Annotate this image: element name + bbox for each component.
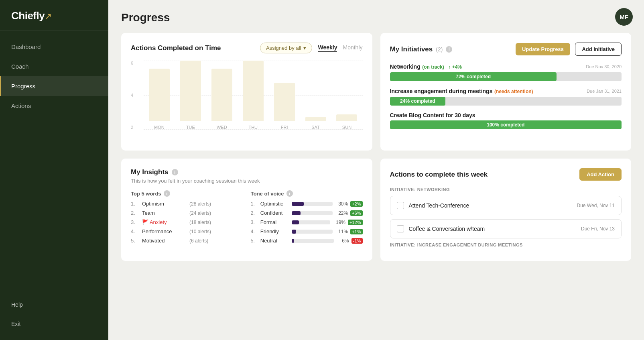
tone-rank: 1. <box>251 201 258 207</box>
insights-header: My Insights i <box>131 168 363 176</box>
action-checkbox[interactable] <box>397 225 404 232</box>
initiative-blog: Create Blog Content for 30 days 100% com… <box>390 112 622 129</box>
filter-dropdown[interactable]: Assigned by all ▾ <box>260 43 312 53</box>
initiative-blog-bar-fill: 100% completed <box>390 120 622 129</box>
bar-group-sat: SAT <box>305 61 326 130</box>
action-name: Coffee & Conversation w/team <box>409 226 576 232</box>
update-progress-button[interactable]: Update Progress <box>516 43 570 55</box>
sidebar-item-dashboard[interactable]: Dashboard <box>0 37 108 57</box>
tab-weekly[interactable]: Weekly <box>318 44 337 52</box>
bar-chart: 6 4 2 MONTUEWEDTHUFRISATSUN <box>131 61 363 141</box>
bar-group-thu: THU <box>243 61 264 130</box>
top-words-info-icon: i <box>164 190 170 197</box>
initiative-networking-bar-bg: 72% completed <box>390 72 622 81</box>
chart-card: Actions Completed on Time Assigned by al… <box>121 33 372 151</box>
actions-card-title: Actions to complete this week <box>390 171 488 179</box>
actions-sections: INITIATIVE: NETWORKINGAttend Tech-Confer… <box>390 187 622 247</box>
main-content: Progress Actions Completed on Time Assig… <box>108 0 644 340</box>
logo: Chiefly↗ <box>0 0 108 31</box>
bar-label-sun: SUN <box>342 125 351 130</box>
initiatives-info-icon: i <box>446 46 452 53</box>
tone-bar-fill <box>292 202 304 206</box>
initiative-networking-due: Due Nov 30, 2020 <box>586 64 622 69</box>
initiatives-card: My Initiatives (2) i Update Progress Add… <box>380 33 632 151</box>
tone-bar-fill <box>292 230 296 234</box>
word-label: 3. <box>131 219 139 225</box>
word-label: 2. <box>131 210 139 216</box>
word-alerts: (24 alerts) <box>189 210 217 216</box>
tab-monthly[interactable]: Monthly <box>343 44 362 52</box>
tone-row: 2.Confident22%+6% <box>251 210 363 216</box>
initiative-engagement-pct: 24% completed <box>400 98 435 104</box>
action-due: Due Wed, Nov 11 <box>577 203 615 208</box>
sidebar-item-actions[interactable]: Actions <box>0 96 108 116</box>
bar-wed <box>211 69 232 121</box>
word-name: Optimism <box>142 201 186 207</box>
initiative-networking-status: (on track) <box>422 64 444 70</box>
tone-delta: +12% <box>348 220 362 225</box>
word-row: 3.🚩 Anxiety(18 alerts) <box>131 219 243 225</box>
word-label: 1. <box>131 201 139 207</box>
word-row: 1.Optimism(28 alerts) <box>131 201 243 207</box>
bar-label-wed: WED <box>217 125 227 130</box>
word-alerts: (6 alerts) <box>189 238 217 244</box>
sidebar-item-progress[interactable]: Progress <box>0 76 108 96</box>
initiatives-count: (2) <box>436 46 443 53</box>
initiative-networking-name: Networking <box>390 63 421 70</box>
initiative-networking: Networking (on track) ↑ +4% Due Nov 30, … <box>390 63 622 81</box>
sidebar-bottom: Help Exit <box>0 295 108 340</box>
tone-name: Confident <box>260 210 289 216</box>
tones-list: 1.Optimistic30%+2%2.Confident22%+6%3.For… <box>251 201 363 244</box>
tone-section: Tone of voice i 1.Optimistic30%+2%2.Conf… <box>251 190 363 247</box>
word-name: Motivated <box>142 238 186 244</box>
tone-name: Friendly <box>260 228 289 234</box>
tone-rank: 5. <box>251 238 258 244</box>
sidebar-item-help[interactable]: Help <box>0 295 108 314</box>
bottom-cards-row: My Insights i This is how you felt in yo… <box>121 159 631 261</box>
action-section-label: INITIATIVE: INCREASE ENGAGEMENT DURING M… <box>390 242 622 247</box>
sidebar-item-coach[interactable]: Coach <box>0 57 108 76</box>
word-label: 5. <box>131 238 139 244</box>
bar-group-fri: FRI <box>274 61 295 130</box>
page-title: Progress <box>121 11 631 24</box>
add-initiative-button[interactable]: Add Initiative <box>575 43 622 56</box>
tone-name: Neutral <box>260 238 289 244</box>
tone-rank: 4. <box>251 229 258 234</box>
bar-sat <box>305 117 326 121</box>
tone-pct: 22% <box>335 210 348 216</box>
word-label: 4. <box>131 228 139 234</box>
tone-bar-bg <box>292 239 334 243</box>
tone-row: 1.Optimistic30%+2% <box>251 201 363 207</box>
bar-group-tue: TUE <box>180 61 201 130</box>
bar-fri <box>274 83 295 121</box>
initiative-engagement-name: Increase engagement during meetings <box>390 88 493 94</box>
tone-title: Tone of voice i <box>251 190 363 197</box>
insights-card: My Insights i This is how you felt in yo… <box>121 159 372 261</box>
user-avatar[interactable]: MF <box>615 8 633 26</box>
tone-delta: -1% <box>351 238 363 244</box>
period-tabs: Weekly Monthly <box>318 44 362 52</box>
tone-bar-fill <box>292 220 299 224</box>
bar-sun <box>336 114 357 121</box>
initiatives-title: My Initiatives <box>390 45 433 53</box>
tone-pct: 6% <box>336 238 349 244</box>
words-list: 1.Optimism(28 alerts)2.Team(24 alerts)3.… <box>131 201 243 244</box>
sidebar-item-exit[interactable]: Exit <box>0 314 108 334</box>
bar-tue <box>180 61 201 121</box>
initiative-blog-meta: Create Blog Content for 30 days <box>390 112 622 118</box>
tone-row: 5.Neutral6%-1% <box>251 238 363 244</box>
initiative-engagement-bar-bg: 24% completed <box>390 97 622 106</box>
initiative-blog-bar-bg: 100% completed <box>390 120 622 129</box>
insights-info-icon: i <box>172 169 178 175</box>
logo-text: Chiefly <box>11 10 45 22</box>
initiatives-title-row: My Initiatives (2) i <box>390 45 453 53</box>
y-label-4: 4 <box>131 93 133 98</box>
word-name: 🚩 Anxiety <box>142 219 186 225</box>
add-action-button[interactable]: Add Action <box>579 168 622 181</box>
top-cards-row: Actions Completed on Time Assigned by al… <box>121 33 631 151</box>
initiative-engagement-meta: Increase engagement during meetings (nee… <box>390 88 622 95</box>
top-words-section: Top 5 words i 1.Optimism(28 alerts)2.Tea… <box>131 190 243 247</box>
tone-bar-bg <box>292 202 333 206</box>
action-checkbox[interactable] <box>397 202 404 209</box>
tone-bar-bg <box>292 211 333 215</box>
